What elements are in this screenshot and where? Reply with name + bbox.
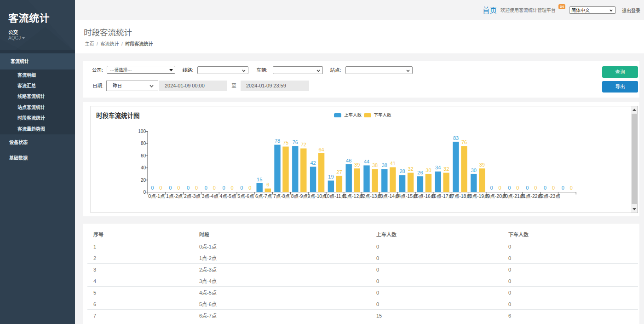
svg-text:0: 0 bbox=[490, 185, 493, 191]
svg-text:0: 0 bbox=[508, 185, 511, 191]
svg-text:22点-23点: 22点-23点 bbox=[538, 193, 560, 199]
svg-text:38: 38 bbox=[382, 162, 387, 168]
svg-text:0: 0 bbox=[187, 185, 190, 191]
svg-text:75: 75 bbox=[283, 140, 288, 145]
svg-text:34: 34 bbox=[435, 165, 441, 170]
svg-text:19: 19 bbox=[328, 174, 334, 179]
svg-text:6点-7点: 6点-7点 bbox=[255, 193, 272, 199]
svg-text:0: 0 bbox=[205, 185, 207, 191]
svg-text:60: 60 bbox=[141, 153, 146, 158]
svg-text:100: 100 bbox=[138, 129, 146, 134]
svg-text:38: 38 bbox=[372, 162, 378, 168]
svg-text:0: 0 bbox=[213, 185, 216, 191]
svg-text:0: 0 bbox=[499, 185, 501, 191]
svg-text:42: 42 bbox=[310, 160, 316, 166]
svg-text:0: 0 bbox=[159, 185, 162, 191]
svg-text:32: 32 bbox=[443, 166, 449, 172]
svg-text:44: 44 bbox=[364, 159, 369, 164]
svg-text:8点-9点: 8点-9点 bbox=[291, 193, 308, 199]
svg-text:39: 39 bbox=[354, 162, 360, 168]
svg-text:2点-3点: 2点-3点 bbox=[184, 193, 201, 199]
svg-text:0: 0 bbox=[516, 185, 519, 191]
svg-text:0: 0 bbox=[151, 185, 154, 191]
svg-text:32: 32 bbox=[408, 166, 413, 172]
svg-text:41: 41 bbox=[390, 161, 396, 166]
svg-text:28: 28 bbox=[399, 168, 405, 174]
svg-text:27: 27 bbox=[336, 169, 342, 175]
svg-text:0: 0 bbox=[562, 185, 564, 191]
svg-text:5点-6点: 5点-6点 bbox=[237, 193, 254, 199]
svg-text:39: 39 bbox=[479, 162, 485, 168]
svg-text:80: 80 bbox=[141, 141, 146, 146]
svg-text:40: 40 bbox=[141, 165, 146, 170]
svg-text:0: 0 bbox=[195, 185, 198, 191]
svg-text:6: 6 bbox=[266, 182, 269, 187]
svg-text:0: 0 bbox=[223, 185, 225, 191]
svg-text:30: 30 bbox=[426, 168, 431, 173]
svg-text:30: 30 bbox=[471, 168, 477, 173]
svg-text:1点-2点: 1点-2点 bbox=[166, 193, 183, 199]
svg-text:76: 76 bbox=[461, 139, 467, 145]
svg-text:0: 0 bbox=[143, 190, 146, 195]
svg-text:3点-4点: 3点-4点 bbox=[202, 193, 218, 199]
svg-text:46: 46 bbox=[346, 158, 351, 163]
svg-text:76: 76 bbox=[293, 139, 298, 145]
svg-text:72: 72 bbox=[301, 142, 306, 147]
svg-text:0: 0 bbox=[169, 185, 172, 191]
svg-text:15: 15 bbox=[257, 177, 262, 182]
svg-text:7点-8点: 7点-8点 bbox=[273, 193, 290, 199]
svg-text:64: 64 bbox=[318, 147, 324, 152]
svg-text:0: 0 bbox=[526, 185, 529, 191]
svg-text:0: 0 bbox=[231, 185, 234, 191]
svg-text:0: 0 bbox=[177, 185, 180, 191]
svg-text:78: 78 bbox=[275, 138, 280, 144]
svg-text:0: 0 bbox=[248, 185, 251, 191]
svg-text:0点-1点: 0点-1点 bbox=[148, 193, 165, 199]
svg-text:4点-5点: 4点-5点 bbox=[220, 193, 236, 199]
svg-text:26: 26 bbox=[417, 170, 423, 175]
svg-text:0: 0 bbox=[240, 185, 243, 191]
svg-text:0: 0 bbox=[570, 185, 573, 191]
svg-text:83: 83 bbox=[453, 135, 459, 141]
svg-text:20: 20 bbox=[141, 178, 146, 183]
svg-text:0: 0 bbox=[552, 185, 555, 191]
svg-text:0: 0 bbox=[544, 185, 546, 191]
svg-text:0: 0 bbox=[534, 185, 537, 191]
